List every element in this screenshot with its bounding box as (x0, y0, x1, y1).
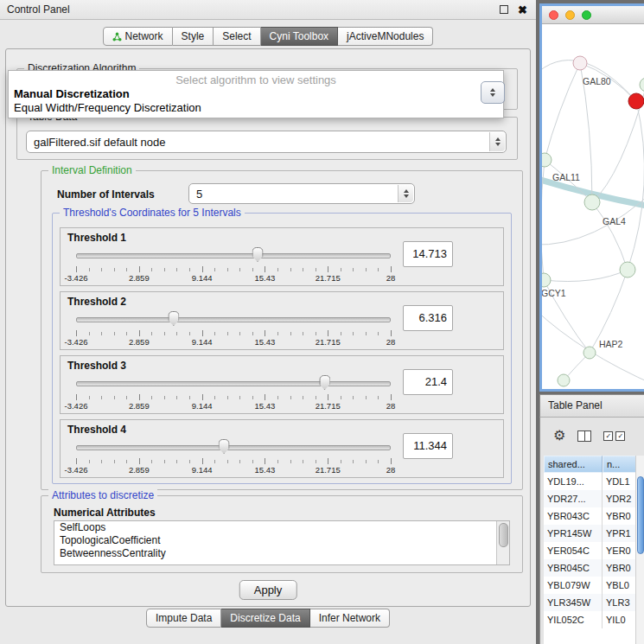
float-window-icon[interactable] (500, 5, 508, 14)
table-row[interactable]: YPR145WYPR1 (544, 525, 644, 542)
threshold-slider[interactable]: -3.4262.8599.14415.4321.71528 (69, 373, 398, 411)
network-node-label: GCY1 (542, 288, 566, 298)
tab-label: Network (125, 30, 163, 42)
table-cell[interactable]: YBL079W (544, 577, 603, 594)
table-row[interactable]: YBR045CYBR0 (544, 559, 644, 577)
network-node[interactable] (640, 78, 644, 92)
stepper-up-icon (495, 137, 501, 141)
table-header-row: shared...n... (544, 456, 644, 473)
table-cell[interactable]: YIL052C (544, 611, 603, 628)
threshold-value-field[interactable]: 11.344 (403, 433, 453, 459)
tab-infer-network[interactable]: Infer Network (310, 609, 390, 628)
slider-thumb[interactable] (252, 247, 264, 262)
scale-label: 15.43 (255, 273, 276, 283)
minimize-traffic-light-icon[interactable] (565, 10, 575, 20)
attributes-scrollbar[interactable] (496, 521, 509, 564)
scale-label: 9.144 (192, 401, 213, 411)
scrollbar-thumb[interactable] (637, 476, 644, 554)
scrollbar-thumb[interactable] (499, 523, 508, 547)
table-row[interactable]: YBR043CYBR0 (544, 507, 644, 525)
tab-discretize-data[interactable]: Discretize Data (221, 609, 309, 628)
threshold-slider[interactable]: -3.4262.8599.14415.4321.71528 (69, 309, 398, 348)
tab-label: Style (182, 30, 205, 42)
slider-track[interactable] (76, 317, 391, 322)
network-node[interactable] (558, 374, 570, 386)
algorithm-combobox-stepper[interactable] (481, 81, 505, 104)
tab-style[interactable]: Style (173, 27, 214, 46)
number-of-intervals-combobox[interactable]: 5 (188, 183, 415, 204)
number-of-intervals-stepper[interactable] (398, 185, 413, 202)
table-row[interactable]: YIL052CYIL0 (544, 611, 644, 628)
threshold-value-field[interactable]: 21.4 (403, 369, 453, 395)
zoom-traffic-light-icon[interactable] (582, 10, 591, 20)
attributes-list[interactable]: SelfLoopsTopologicalCoefficientBetweenne… (54, 520, 510, 565)
network-node[interactable] (620, 262, 635, 277)
network-node[interactable] (542, 153, 552, 167)
select-columns-icon[interactable]: ✓ ✓ (603, 431, 625, 441)
slider-thumb[interactable] (319, 375, 330, 390)
scale-label: 21.715 (316, 337, 341, 347)
columns-icon[interactable] (577, 430, 591, 442)
slider-thumb[interactable] (219, 439, 230, 454)
number-of-intervals-label: Number of Intervals (57, 188, 155, 201)
table-data-combobox[interactable]: galFiltered.sif default node (26, 131, 507, 153)
table-cell[interactable]: YDL19... (544, 473, 603, 490)
stepper-up-icon (490, 88, 495, 92)
table-scrollbar[interactable] (635, 456, 644, 644)
network-window-titlebar[interactable] (542, 6, 644, 24)
node-table: shared...n... YDL19...YDL1YDR27...YDR2YB… (544, 456, 644, 644)
network-edge (628, 101, 644, 270)
threshold-value-field[interactable]: 6.316 (403, 305, 453, 331)
slider-track[interactable] (76, 381, 391, 386)
attribute-item[interactable]: TopologicalCoefficient (54, 534, 509, 547)
threshold-slider[interactable]: -3.4262.8599.14415.4321.71528 (69, 245, 398, 284)
stepper-down-icon (495, 143, 501, 146)
slider-track[interactable] (76, 445, 391, 450)
tab-select[interactable]: Select (214, 27, 260, 46)
attribute-item[interactable]: BetweennessCentrality (54, 547, 509, 560)
table-cell[interactable]: YPR145W (544, 525, 603, 542)
attribute-item[interactable]: SelfLoops (54, 521, 509, 534)
table-row[interactable]: YER054CYER0 (544, 542, 644, 559)
network-node[interactable] (584, 194, 600, 210)
network-node[interactable] (573, 56, 587, 70)
table-cell[interactable]: YLR345W (544, 594, 603, 611)
scale-label: -3.426 (65, 401, 88, 411)
algorithm-dropdown-popup: Select algorithm to view settings Manual… (8, 70, 504, 118)
control-panel-titlebar: Control Panel ✖ (0, 0, 536, 20)
tab-label: Infer Network (319, 612, 380, 624)
table-data-stepper[interactable] (489, 132, 505, 151)
table-toolbar: ⚙ ✓ ✓ (540, 418, 644, 454)
close-traffic-light-icon[interactable] (549, 10, 558, 20)
slider-thumb[interactable] (168, 311, 179, 326)
network-canvas[interactable]: GAL80GAL11GAL4GCY1HAP2 (542, 24, 644, 389)
tab-network[interactable]: Network (103, 27, 173, 46)
network-node[interactable] (583, 347, 596, 359)
table-cell[interactable]: YBR043C (544, 507, 603, 525)
tab-impute-data[interactable]: Impute Data (146, 609, 221, 628)
algorithm-option[interactable]: Manual Discretization (9, 87, 503, 101)
table-row[interactable]: YLR345WYLR3 (544, 594, 644, 611)
column-header[interactable]: shared... (544, 456, 603, 473)
threshold-value-field[interactable]: 14.713 (403, 241, 453, 267)
gear-icon[interactable]: ⚙ (553, 429, 565, 443)
network-node[interactable] (542, 273, 551, 287)
threshold-slider[interactable]: -3.4262.8599.14415.4321.71528 (69, 437, 398, 475)
table-row[interactable]: YDL19...YDL1 (544, 473, 644, 490)
tab-jactivemnodules[interactable]: jActiveMNodules (338, 27, 433, 46)
algorithm-option[interactable]: Equal Width/Frequency Discretization (9, 101, 503, 115)
scale-label: 9.144 (192, 273, 213, 283)
table-cell[interactable]: YDR27... (544, 490, 603, 507)
network-edge (545, 63, 580, 160)
table-cell[interactable]: YBR045C (544, 559, 603, 577)
scale-label: 28 (386, 337, 396, 347)
table-row[interactable]: YBL079WYBL0 (544, 577, 644, 594)
group-title: Attributes to discretize (48, 489, 157, 501)
slider-track[interactable] (76, 253, 391, 258)
network-node[interactable] (628, 93, 644, 109)
table-cell[interactable]: YER054C (544, 542, 603, 559)
close-icon[interactable]: ✖ (518, 4, 527, 16)
apply-button[interactable]: Apply (239, 580, 297, 600)
tab-cyni-toolbox[interactable]: Cyni Toolbox (261, 27, 338, 46)
table-row[interactable]: YDR27...YDR2 (544, 490, 644, 507)
